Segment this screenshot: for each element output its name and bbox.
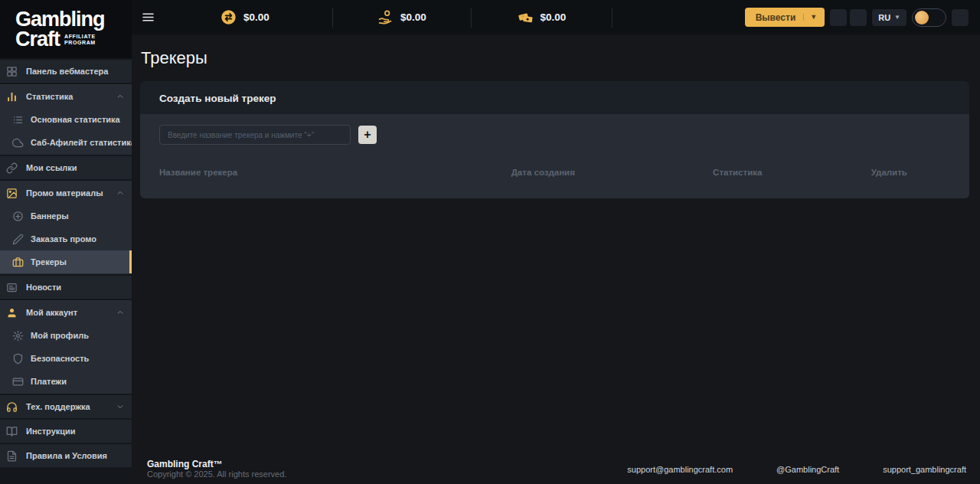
topbar-controls: Вывести ▼ RU ▼ bbox=[745, 8, 969, 27]
sidebar-item-order-promo[interactable]: Заказать промо bbox=[0, 227, 132, 250]
sidebar-item-sub-affiliate-statistics[interactable]: Саб-Афилейт статистика bbox=[0, 131, 132, 154]
plus-circle-icon bbox=[12, 211, 24, 222]
list-icon bbox=[12, 114, 24, 126]
sidebar-group-tech-support[interactable]: Тех. поддержка bbox=[0, 395, 132, 418]
sidebar-item-payments[interactable]: Платежи bbox=[0, 370, 132, 393]
link-icon bbox=[6, 162, 18, 174]
sidebar-item-label: Мой аккаунт bbox=[26, 308, 77, 317]
commission-balance[interactable]: $0.00 bbox=[333, 0, 471, 34]
card-title: Создать новый трекер bbox=[159, 93, 276, 104]
sidebar-item-label: Панель вебмастера bbox=[26, 67, 108, 76]
sidebar-item-label: Основная статистика bbox=[31, 115, 120, 124]
user-icon bbox=[6, 307, 18, 319]
app-window: Gambling Craft AFFILIATE PROGRAM Панель … bbox=[0, 0, 980, 484]
sidebar-item-label: Правила и Условия bbox=[26, 451, 107, 460]
dashboard-icon bbox=[6, 66, 18, 77]
footer-links: support@gamblingcraft.com@GamblingCrafts… bbox=[627, 465, 966, 479]
brand-logo[interactable]: Gambling Craft AFFILIATE PROGRAM bbox=[0, 0, 132, 58]
chevron-down-icon: ▼ bbox=[803, 14, 817, 21]
book-icon bbox=[6, 426, 18, 437]
sidebar-item-label: Безопасность bbox=[31, 354, 89, 363]
card-icon bbox=[12, 376, 24, 388]
pencil-icon bbox=[12, 234, 24, 245]
card-header: Создать новый трекер bbox=[140, 81, 969, 114]
footer-link[interactable]: support_gamblingcraft bbox=[883, 465, 966, 474]
table-column-header: Название трекера bbox=[159, 168, 511, 177]
newspaper-icon bbox=[6, 282, 18, 293]
withdraw-button[interactable]: Вывести ▼ bbox=[745, 8, 825, 27]
sidebar-item-instructions[interactable]: Инструкции bbox=[0, 420, 132, 443]
sidebar-item-main-statistics[interactable]: Основная статистика bbox=[0, 108, 132, 131]
plus-circle-icon bbox=[12, 211, 24, 222]
chevron-up-icon bbox=[116, 309, 124, 316]
card-body: + Название трекераДата созданияСтатистик… bbox=[140, 114, 969, 198]
content-area: Трекеры Создать новый трекер + Название … bbox=[132, 34, 980, 459]
withdraw-label: Вывести bbox=[756, 12, 796, 23]
shield-icon bbox=[12, 353, 24, 365]
gear-icon bbox=[12, 330, 24, 342]
hamburger-icon bbox=[142, 11, 155, 24]
document-icon bbox=[6, 450, 18, 462]
logo-text-line2: Craft bbox=[15, 29, 60, 49]
footer-brand: Gambling Craft™ bbox=[147, 459, 286, 469]
hand-coin-icon bbox=[377, 9, 394, 25]
sidebar-item-label: Баннеры bbox=[31, 211, 69, 221]
user-icon bbox=[6, 307, 18, 319]
footer-link[interactable]: @GamblingCraft bbox=[776, 465, 839, 474]
gear-icon bbox=[12, 330, 24, 342]
shield-icon bbox=[12, 353, 24, 365]
hand-coin-icon bbox=[377, 9, 394, 25]
icon-button-3[interactable] bbox=[952, 9, 969, 26]
icon-button-2[interactable] bbox=[850, 9, 867, 26]
exchange-icon bbox=[220, 9, 237, 25]
topbar: $0.00$0.00$0.00 Вывести ▼ RU ▼ bbox=[132, 0, 980, 34]
sidebar-item-label: Новости bbox=[26, 283, 61, 292]
sidebar-item-my-links[interactable]: Мои ссылки bbox=[0, 156, 132, 179]
support-icon bbox=[6, 401, 18, 413]
language-code: RU bbox=[878, 13, 890, 22]
sidebar-item-label: Платежи bbox=[31, 377, 67, 386]
add-tracker-button[interactable]: + bbox=[358, 126, 377, 144]
footer-link[interactable]: support@gamblingcraft.com bbox=[627, 465, 733, 474]
sidebar-item-news[interactable]: Новости bbox=[0, 276, 132, 299]
sidebar-item-my-profile[interactable]: Мой профиль bbox=[0, 324, 132, 347]
sidebar-item-security[interactable]: Безопасность bbox=[0, 347, 132, 370]
briefcase-icon bbox=[12, 257, 24, 268]
sidebar-group-my-account[interactable]: Мой аккаунт bbox=[0, 301, 132, 324]
menu-toggle-button[interactable] bbox=[139, 8, 158, 27]
sidebar-item-terms[interactable]: Правила и Условия bbox=[0, 444, 132, 467]
sidebar-item-label: Промо материалы bbox=[26, 188, 103, 198]
sidebar-item-banners[interactable]: Баннеры bbox=[0, 204, 132, 227]
card-icon bbox=[12, 376, 24, 388]
tracker-name-input[interactable] bbox=[159, 125, 351, 145]
sidebar: Gambling Craft AFFILIATE PROGRAM Панель … bbox=[0, 0, 132, 484]
main-column: $0.00$0.00$0.00 Вывести ▼ RU ▼ bbox=[132, 0, 980, 484]
icon-button-1[interactable] bbox=[830, 9, 847, 26]
theme-toggle[interactable] bbox=[912, 8, 946, 27]
link-icon bbox=[6, 162, 18, 174]
cloud-icon bbox=[12, 137, 24, 149]
sidebar-item-trackers[interactable]: Трекеры bbox=[0, 250, 132, 273]
create-tracker-card: Создать новый трекер + Название трекераД… bbox=[140, 81, 969, 198]
document-icon bbox=[6, 450, 18, 462]
chevron-down-icon: ▼ bbox=[894, 14, 900, 21]
footer-copyright: Copyright © 2025. All rights reserved. bbox=[147, 469, 286, 479]
banknotes-icon bbox=[518, 9, 534, 25]
sidebar-item-label: Мои ссылки bbox=[26, 163, 77, 172]
cash-balance[interactable]: $0.00 bbox=[472, 0, 612, 34]
sidebar-item-label: Мой профиль bbox=[31, 331, 89, 340]
logo-text-line1: Gambling bbox=[15, 9, 132, 29]
sidebar-item-webmaster-panel[interactable]: Панель вебмастера bbox=[0, 60, 132, 83]
toggle-knob bbox=[915, 11, 929, 25]
image-icon bbox=[6, 188, 18, 199]
exchange-balance[interactable]: $0.00 bbox=[158, 0, 332, 34]
sidebar-group-statistics[interactable]: Статистика bbox=[0, 85, 132, 108]
balances-bar: $0.00$0.00$0.00 bbox=[158, 0, 612, 34]
sidebar-item-label: Трекеры bbox=[31, 257, 67, 267]
bar-chart-icon bbox=[6, 91, 18, 103]
sidebar-group-promo-materials[interactable]: Промо материалы bbox=[0, 182, 132, 204]
support-icon bbox=[6, 401, 18, 413]
book-icon bbox=[6, 426, 18, 437]
language-selector[interactable]: RU ▼ bbox=[872, 9, 906, 26]
sidebar-nav: Панель вебмастераСтатистикаОсновная стат… bbox=[0, 60, 132, 469]
